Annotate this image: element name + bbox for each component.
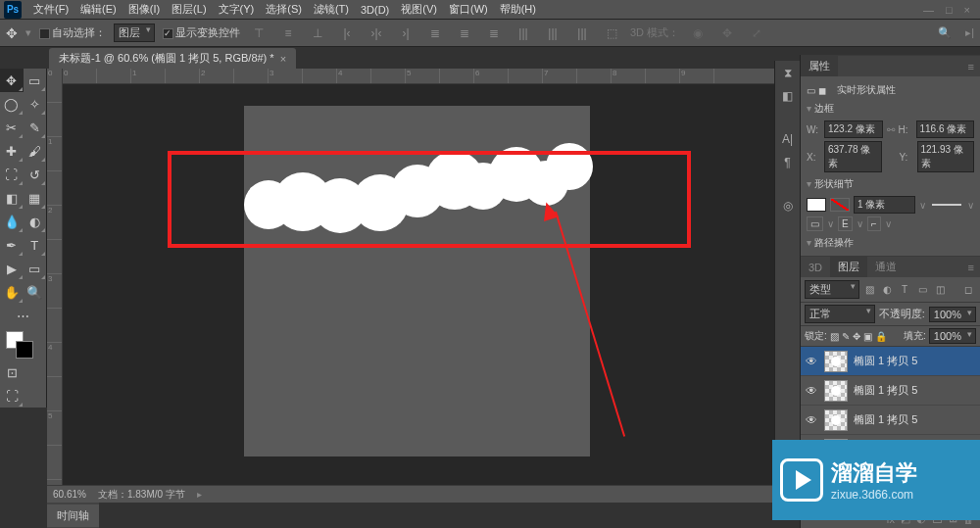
document-info[interactable]: 文档：1.83M/0 字节: [98, 488, 185, 502]
show-transform-checkbox[interactable]: [163, 28, 173, 39]
menu-type[interactable]: 文字(Y): [213, 2, 261, 17]
filter-adjust-icon[interactable]: ◐: [879, 282, 895, 298]
layer-item[interactable]: 👁 椭圆 1 拷贝 5: [801, 376, 980, 406]
move-tool[interactable]: ✥: [0, 69, 24, 92]
quickmask-tool[interactable]: ⊡: [0, 360, 24, 384]
menu-view[interactable]: 视图(V): [395, 2, 443, 17]
history-panel-icon[interactable]: ⧗: [775, 61, 800, 84]
dodge-tool[interactable]: ◐: [24, 210, 47, 233]
arrange-icon[interactable]: ⬚: [601, 24, 622, 43]
fill-color-swatch[interactable]: [807, 198, 826, 212]
marquee-tool[interactable]: ▭: [24, 69, 47, 92]
align-top-icon[interactable]: ⊤: [248, 24, 270, 43]
shape-tool[interactable]: ▭: [24, 257, 47, 280]
distribute-5-icon[interactable]: |||: [542, 24, 564, 43]
lasso-tool[interactable]: ◯: [0, 92, 24, 116]
lock-position-icon[interactable]: ✥: [853, 331, 860, 342]
properties-tab[interactable]: 属性: [801, 56, 838, 76]
eraser-tool[interactable]: ◧: [0, 186, 24, 210]
channels-tab[interactable]: 通道: [867, 257, 905, 277]
stroke-width-input[interactable]: 1 像素: [854, 196, 915, 214]
layer-thumbnail[interactable]: [824, 380, 848, 402]
fill-input[interactable]: 100%: [929, 328, 976, 344]
stroke-corners-icon[interactable]: ⌐: [867, 216, 881, 231]
magic-wand-tool[interactable]: ✧: [24, 92, 47, 116]
distribute-2-icon[interactable]: ≣: [454, 24, 475, 43]
link-wh-icon[interactable]: ⚯: [887, 124, 895, 135]
height-input[interactable]: 116.6 像素: [916, 120, 975, 138]
stroke-color-swatch[interactable]: [830, 198, 850, 212]
color-panel-icon[interactable]: ◧: [775, 84, 800, 108]
lock-artboard-icon[interactable]: ▣: [863, 331, 872, 342]
document-tab[interactable]: 未标题-1 @ 60.6% (椭圆 1 拷贝 5, RGB/8#) * ×: [49, 48, 296, 69]
filter-type-icon[interactable]: T: [897, 282, 912, 298]
x-input[interactable]: 637.78 像素: [824, 141, 882, 172]
y-input[interactable]: 121.93 像素: [917, 141, 975, 172]
filter-shape-icon[interactable]: ▭: [914, 282, 930, 298]
type-tool[interactable]: T: [24, 233, 47, 257]
libraries-panel-icon[interactable]: ◎: [775, 194, 800, 217]
menu-window[interactable]: 窗口(W): [443, 2, 494, 17]
background-color[interactable]: [16, 341, 33, 359]
canvas-area[interactable]: [63, 84, 774, 485]
layers-tab[interactable]: 图层: [830, 257, 867, 277]
workspace-menu-icon[interactable]: ▸|: [965, 26, 974, 39]
document-tab-close[interactable]: ×: [280, 53, 286, 65]
zoom-tool[interactable]: 🔍: [24, 280, 47, 304]
filter-type-dropdown[interactable]: 类型: [805, 280, 859, 299]
auto-select-checkbox[interactable]: [39, 28, 50, 39]
align-right-icon[interactable]: ›|: [395, 24, 416, 43]
maximize-button[interactable]: □: [946, 4, 953, 16]
stroke-caps-icon[interactable]: E: [838, 216, 853, 231]
panel-menu-icon[interactable]: ≡: [962, 61, 980, 72]
filter-pixel-icon[interactable]: ▨: [861, 282, 877, 298]
healing-brush-tool[interactable]: ✚: [0, 139, 24, 163]
auto-select-target-dropdown[interactable]: 图层: [114, 24, 155, 42]
layer-name[interactable]: 椭圆 1 拷贝 5: [854, 412, 976, 427]
edit-toolbar[interactable]: ⋯: [0, 304, 46, 327]
layer-thumbnail[interactable]: [824, 409, 848, 431]
timeline-tab-label[interactable]: 时间轴: [47, 504, 99, 527]
visibility-toggle[interactable]: 👁: [805, 355, 818, 368]
distribute-4-icon[interactable]: |||: [513, 24, 534, 43]
layer-item[interactable]: 👁 椭圆 1 拷贝 5: [801, 406, 980, 435]
layers-panel-menu-icon[interactable]: ≡: [962, 262, 980, 273]
layer-name[interactable]: 椭圆 1 拷贝 5: [854, 354, 976, 368]
crop-tool[interactable]: ✂: [0, 116, 24, 139]
distribute-6-icon[interactable]: |||: [571, 24, 593, 43]
layer-thumbnail[interactable]: [824, 351, 848, 372]
screenmode-tool[interactable]: ⛶: [0, 384, 24, 408]
3d-pan-icon[interactable]: ✥: [716, 24, 738, 43]
pen-tool[interactable]: ✒: [0, 233, 24, 257]
eyedropper-tool[interactable]: ✎: [24, 116, 47, 139]
bounds-section[interactable]: 边框: [807, 100, 974, 118]
lock-transparency-icon[interactable]: ▨: [830, 331, 839, 342]
visibility-toggle[interactable]: 👁: [805, 384, 818, 398]
3d-zoom-icon[interactable]: ⤢: [746, 24, 767, 43]
menu-3d[interactable]: 3D(D): [355, 4, 395, 16]
stroke-align-icon[interactable]: ▭: [807, 216, 823, 231]
menu-file[interactable]: 文件(F): [27, 2, 74, 17]
align-hcenter-icon[interactable]: ›|‹: [366, 24, 387, 43]
blur-tool[interactable]: 💧: [0, 210, 24, 233]
zoom-level[interactable]: 60.61%: [53, 489, 86, 500]
filter-smart-icon[interactable]: ◫: [932, 282, 948, 298]
layer-item[interactable]: 👁 椭圆 1 拷贝 5: [801, 347, 980, 376]
lock-all-icon[interactable]: 🔒: [875, 331, 887, 342]
close-button[interactable]: ×: [964, 4, 970, 16]
opacity-input[interactable]: 100%: [929, 307, 976, 322]
menu-select[interactable]: 选择(S): [260, 2, 308, 17]
path-selection-tool[interactable]: ▶: [0, 257, 24, 280]
brush-tool[interactable]: 🖌: [24, 139, 47, 163]
filter-toggle[interactable]: ◻: [960, 282, 976, 298]
character-panel-icon[interactable]: A|: [775, 127, 800, 151]
menu-edit[interactable]: 编辑(E): [74, 2, 122, 17]
gradient-tool[interactable]: ▦: [24, 186, 47, 210]
3d-tab[interactable]: 3D: [801, 259, 830, 276]
layer-name[interactable]: 椭圆 1 拷贝 5: [854, 383, 976, 398]
paragraph-panel-icon[interactable]: ¶: [775, 151, 800, 174]
distribute-1-icon[interactable]: ≣: [424, 24, 446, 43]
shape-details-section[interactable]: 形状细节: [807, 175, 974, 193]
visibility-toggle[interactable]: 👁: [805, 413, 818, 427]
hand-tool[interactable]: ✋: [0, 280, 24, 304]
